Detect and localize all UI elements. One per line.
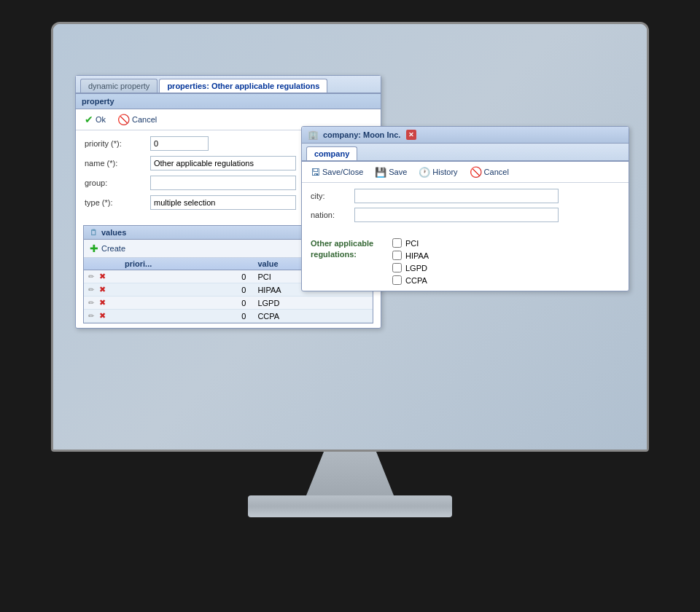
edit-icon[interactable]: ✏ xyxy=(88,312,94,320)
priority-label: priority (*): xyxy=(85,139,150,148)
edit-icon[interactable]: ✏ xyxy=(88,286,94,294)
company-tab-bar: company xyxy=(302,144,629,162)
regulation-checkbox[interactable] xyxy=(392,275,402,285)
company-cancel-button[interactable]: 🚫 Cancel xyxy=(467,165,512,178)
table-row: ✏ ✖ 0 LGPD xyxy=(84,297,373,310)
group-input[interactable] xyxy=(150,176,296,190)
row-actions: ✏ ✖ xyxy=(84,297,120,310)
edit-icon[interactable]: ✏ xyxy=(88,272,94,280)
row-value: LGPD xyxy=(253,297,373,310)
row-actions: ✏ ✖ xyxy=(84,310,120,323)
row-value: CCPA xyxy=(253,310,373,323)
regulation-name: HIPAA xyxy=(405,251,429,260)
company-window-title: company: Moon Inc. xyxy=(323,130,400,139)
close-button[interactable]: ✕ xyxy=(406,130,416,140)
cancel-button[interactable]: 🚫 Cancel xyxy=(114,113,160,126)
tab-company[interactable]: company xyxy=(306,146,357,160)
monitor-base xyxy=(248,495,452,517)
company-window: 🏢 company: Moon Inc. ✕ company 🖫 Save/Cl… xyxy=(301,126,629,291)
monitor-screen: dynamic property properties: Other appli… xyxy=(51,22,649,452)
save-icon: 💾 xyxy=(375,167,386,178)
nation-input[interactable] xyxy=(354,208,559,222)
regulation-checkbox[interactable] xyxy=(392,251,402,260)
delete-icon[interactable]: ✖ xyxy=(99,311,106,320)
delete-icon[interactable]: ✖ xyxy=(99,272,106,280)
property-tab-bar: dynamic property properties: Other appli… xyxy=(76,76,381,94)
row-priority: 0 xyxy=(120,270,253,283)
row-actions: ✏ ✖ xyxy=(84,270,120,283)
type-input[interactable] xyxy=(150,195,296,210)
values-icon: 🗒 xyxy=(90,228,98,237)
regulations-label: Other applicable regulations: xyxy=(311,238,384,261)
screen-inner: dynamic property properties: Other appli… xyxy=(53,24,647,450)
edit-icon[interactable]: ✏ xyxy=(88,299,94,307)
regulation-name: LGPD xyxy=(405,264,427,272)
regulation-item: LGPD xyxy=(392,263,429,272)
save-button[interactable]: 💾 Save xyxy=(372,166,410,178)
regulations-list: PCI HIPAA LGPD CCPA xyxy=(392,238,429,285)
type-label: type (*): xyxy=(85,198,150,207)
regulation-item: PCI xyxy=(392,238,429,248)
priority-input[interactable] xyxy=(150,136,209,151)
regulation-item: HIPAA xyxy=(392,251,429,260)
table-row: ✏ ✖ 0 CCPA xyxy=(84,310,373,323)
name-input[interactable] xyxy=(150,156,296,170)
regulations-section: Other applicable regulations: PCI HIPAA … xyxy=(302,232,629,291)
regulation-checkbox[interactable] xyxy=(392,263,402,272)
nation-label: nation: xyxy=(311,211,354,219)
regulation-checkbox[interactable] xyxy=(392,238,402,248)
company-window-icon: 🏢 xyxy=(308,130,319,140)
city-input[interactable] xyxy=(354,189,559,203)
company-form: city: nation: xyxy=(302,183,629,232)
col-priority: priori... xyxy=(120,258,253,270)
save-close-button[interactable]: 🖫 Save/Close xyxy=(308,166,366,178)
city-label: city: xyxy=(311,192,354,200)
row-priority: 0 xyxy=(120,310,253,323)
nation-row: nation: xyxy=(311,208,620,222)
create-icon: ✚ xyxy=(90,243,98,254)
row-priority: 0 xyxy=(120,297,253,310)
group-label: group: xyxy=(85,178,150,187)
tab-dynamic-property[interactable]: dynamic property xyxy=(80,79,158,93)
name-label: name (*): xyxy=(85,159,150,168)
history-icon: 🕐 xyxy=(419,167,430,178)
delete-icon[interactable]: ✖ xyxy=(99,285,106,294)
monitor: dynamic property properties: Other appli… xyxy=(36,22,664,590)
ok-button[interactable]: ✔ Ok xyxy=(82,113,109,126)
company-cancel-icon: 🚫 xyxy=(470,166,482,178)
delete-icon[interactable]: ✖ xyxy=(99,298,106,307)
company-titlebar: 🏢 company: Moon Inc. ✕ xyxy=(302,127,629,144)
row-priority: 0 xyxy=(120,283,253,297)
regulation-name: PCI xyxy=(405,239,419,248)
regulation-name: CCPA xyxy=(405,276,427,285)
property-section-header: property xyxy=(76,94,381,109)
tab-properties-other[interactable]: properties: Other applicable regulations xyxy=(159,79,327,93)
col-actions xyxy=(84,258,120,270)
save-close-icon: 🖫 xyxy=(311,167,320,178)
regulation-item: CCPA xyxy=(392,275,429,285)
cancel-icon: 🚫 xyxy=(117,114,130,125)
ok-icon: ✔ xyxy=(85,114,93,125)
monitor-neck xyxy=(306,452,394,495)
row-actions: ✏ ✖ xyxy=(84,283,120,297)
history-button[interactable]: 🕐 History xyxy=(416,166,460,178)
company-toolbar: 🖫 Save/Close 💾 Save 🕐 History 🚫 Cancel xyxy=(302,162,629,183)
city-row: city: xyxy=(311,189,620,203)
